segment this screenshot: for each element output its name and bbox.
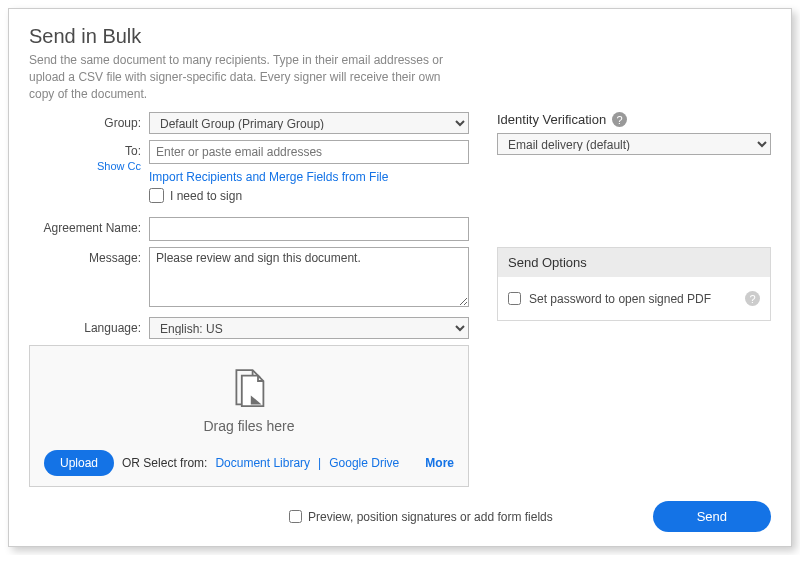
help-icon[interactable]: ? bbox=[612, 112, 627, 127]
group-select[interactable]: Default Group (Primary Group) bbox=[149, 112, 469, 134]
file-stack-icon bbox=[231, 368, 267, 412]
group-label: Group: bbox=[29, 112, 149, 130]
language-label: Language: bbox=[29, 317, 149, 335]
upload-button[interactable]: Upload bbox=[44, 450, 114, 476]
message-textarea[interactable]: Please review and sign this document. bbox=[149, 247, 469, 307]
show-cc-link[interactable]: Show Cc bbox=[97, 160, 141, 172]
message-label: Message: bbox=[29, 247, 149, 265]
file-dropzone[interactable]: Drag files here Upload OR Select from: D… bbox=[29, 345, 469, 487]
preview-checkbox[interactable] bbox=[289, 510, 302, 523]
document-library-link[interactable]: Document Library bbox=[215, 456, 310, 470]
set-password-label: Set password to open signed PDF bbox=[529, 292, 711, 306]
identity-verification-select[interactable]: Email delivery (default) bbox=[497, 133, 771, 155]
to-label: To: bbox=[125, 144, 141, 158]
dropzone-text: Drag files here bbox=[203, 418, 294, 434]
identity-verification-title: Identity Verification bbox=[497, 112, 606, 127]
help-icon[interactable]: ? bbox=[745, 291, 760, 306]
page-title: Send in Bulk bbox=[29, 25, 771, 48]
import-recipients-link[interactable]: Import Recipients and Merge Fields from … bbox=[149, 170, 469, 184]
agreement-name-input[interactable] bbox=[149, 217, 469, 241]
send-in-bulk-panel: Send in Bulk Send the same document to m… bbox=[8, 8, 792, 547]
send-button[interactable]: Send bbox=[653, 501, 771, 532]
or-select-text: OR Select from: bbox=[122, 456, 207, 470]
need-sign-checkbox[interactable] bbox=[149, 188, 164, 203]
more-sources-link[interactable]: More bbox=[425, 456, 454, 470]
page-subtitle: Send the same document to many recipient… bbox=[29, 52, 469, 102]
to-input[interactable] bbox=[149, 140, 469, 164]
set-password-checkbox[interactable] bbox=[508, 292, 521, 305]
send-options-title: Send Options bbox=[498, 248, 770, 277]
need-sign-label: I need to sign bbox=[170, 189, 242, 203]
language-select[interactable]: English: US bbox=[149, 317, 469, 339]
agreement-name-label: Agreement Name: bbox=[29, 217, 149, 235]
google-drive-link[interactable]: Google Drive bbox=[329, 456, 399, 470]
preview-label: Preview, position signatures or add form… bbox=[308, 510, 553, 524]
